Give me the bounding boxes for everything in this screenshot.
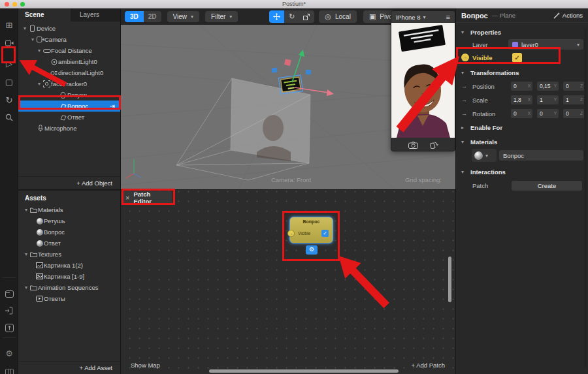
- section-disclosure-icon[interactable]: [461, 169, 466, 175]
- view-dropdown[interactable]: View: [167, 11, 200, 22]
- folder-icon: [29, 285, 38, 290]
- shape-icon[interactable]: [0, 74, 18, 89]
- sync-icon[interactable]: [0, 93, 18, 107]
- mode-3d-button[interactable]: 3D: [125, 11, 144, 22]
- scale-z-field[interactable]: 1Z: [563, 95, 585, 104]
- add-asset-button[interactable]: + Add Asset: [18, 361, 120, 374]
- mode-2d-button[interactable]: 2D: [144, 11, 161, 22]
- tree-item-answer[interactable]: Ответ: [18, 112, 120, 123]
- local-toggle[interactable]: Local: [319, 10, 357, 23]
- toolbar-divider: [3, 337, 16, 338]
- patch-horizontal-scrollbar[interactable]: [209, 369, 399, 373]
- disclosure-icon[interactable]: [23, 251, 29, 257]
- animation-icon: [35, 296, 44, 302]
- position-z-field[interactable]: 0Z: [563, 82, 585, 91]
- position-y-field[interactable]: 0,15Y: [537, 82, 559, 91]
- asset-folder-textures[interactable]: Textures: [18, 249, 120, 260]
- minimize-window-button[interactable]: [12, 2, 17, 7]
- section-disclosure-icon[interactable]: [461, 29, 466, 35]
- tree-item-facetracker[interactable]: faceTracker0: [18, 78, 120, 89]
- tree-item-camera[interactable]: Camera: [18, 34, 120, 45]
- tree-item-label: Ответ: [67, 114, 84, 121]
- rotation-z-field[interactable]: 0Z: [563, 109, 585, 118]
- patch-connect-icon[interactable]: [461, 83, 467, 89]
- filter-dropdown[interactable]: Filter: [205, 11, 238, 22]
- section-transformations[interactable]: Transformations: [456, 67, 588, 78]
- rotation-y-field[interactable]: 0Y: [537, 109, 559, 118]
- show-map-button[interactable]: Show Map: [131, 362, 160, 369]
- publish-icon[interactable]: [0, 320, 18, 335]
- asset-label: Ретушь: [44, 217, 65, 225]
- zoom-window-button[interactable]: [20, 2, 25, 7]
- section-enable-for[interactable]: Enable For: [456, 122, 588, 132]
- patch-vertical-scrollbar[interactable]: [448, 257, 451, 302]
- window-titlebar: Postium*: [0, 0, 588, 8]
- inspector-scrollbar[interactable]: [584, 28, 587, 367]
- disclosure-icon[interactable]: [22, 25, 28, 31]
- position-row: Position 0X 0,15Y 0Z: [456, 80, 588, 92]
- rotation-x-field[interactable]: 0X: [511, 109, 532, 118]
- close-window-button[interactable]: [5, 2, 9, 7]
- tree-item-focal-distance[interactable]: Focal Distance: [18, 45, 120, 56]
- device-select[interactable]: iPhone 8: [396, 14, 421, 21]
- section-disclosure-icon[interactable]: [461, 125, 466, 131]
- actions-label: Actions: [563, 12, 583, 19]
- material-name: Вопрос: [503, 152, 524, 159]
- assets-title: Assets: [18, 191, 120, 204]
- asset-texture-1[interactable]: Картинка 1(2): [18, 260, 120, 271]
- add-patch-button[interactable]: + Add Patch: [412, 362, 446, 369]
- import-icon[interactable]: [0, 304, 18, 318]
- position-x-field[interactable]: 0X: [511, 82, 532, 91]
- disclosure-icon[interactable]: [23, 207, 29, 213]
- rotate-tool-icon[interactable]: [284, 10, 299, 23]
- asset-label: Textures: [38, 251, 61, 258]
- flip-camera-icon[interactable]: [408, 142, 418, 149]
- create-patch-button[interactable]: Create: [512, 181, 582, 191]
- assets-panel: Assets Materials Ретушь Вопрос Ответ Tex…: [18, 189, 121, 374]
- panels-icon[interactable]: [0, 18, 18, 32]
- chevron-down-icon[interactable]: [423, 14, 426, 20]
- material-row: Вопрос: [456, 148, 588, 163]
- search-icon[interactable]: [0, 110, 18, 125]
- asset-label: Картинка 1(2): [44, 262, 83, 269]
- scale-x-field[interactable]: 1,8X: [511, 95, 532, 104]
- section-materials[interactable]: Materials: [456, 136, 588, 147]
- disclosure-icon[interactable]: [36, 48, 42, 54]
- asset-material-answer[interactable]: Ответ: [18, 238, 120, 249]
- scale-tool-icon[interactable]: [299, 10, 314, 23]
- simulator-menu-icon[interactable]: [446, 13, 450, 21]
- section-disclosure-icon[interactable]: [461, 139, 466, 145]
- rotate-device-icon[interactable]: [430, 141, 438, 149]
- asset-texture-2[interactable]: Картинка [1-9]: [18, 271, 120, 282]
- tree-item-device[interactable]: Device: [18, 23, 120, 34]
- move-tool-icon[interactable]: [269, 10, 284, 23]
- rotation-label: Rotation: [472, 110, 495, 117]
- disclosure-icon[interactable]: [29, 37, 36, 42]
- asset-animation-answers[interactable]: Ответы: [18, 293, 120, 304]
- material-sphere-icon: [474, 151, 483, 160]
- material-name-field[interactable]: Вопрос: [499, 150, 583, 161]
- tree-item-microphone[interactable]: Microphone: [18, 123, 120, 134]
- asset-folder-materials[interactable]: Materials: [18, 204, 120, 215]
- material-sphere-icon: [35, 229, 44, 236]
- section-interactions[interactable]: Interactions: [456, 166, 588, 177]
- folder-icon[interactable]: [0, 287, 18, 301]
- grid-spacing-label: Grid spacing:: [405, 176, 442, 183]
- tab-scene[interactable]: Scene: [18, 8, 71, 22]
- patch-connect-icon[interactable]: [461, 97, 467, 103]
- asset-material-question[interactable]: Вопрос: [18, 226, 120, 238]
- actions-button[interactable]: Actions: [553, 12, 583, 19]
- scale-y-field[interactable]: 1Y: [537, 95, 559, 104]
- patch-connect-icon[interactable]: [461, 110, 467, 117]
- tab-layers[interactable]: Layers: [71, 8, 120, 22]
- asset-material-retouch[interactable]: Ретушь: [18, 215, 120, 226]
- cards-icon[interactable]: [0, 365, 18, 374]
- disclosure-icon[interactable]: [23, 285, 29, 290]
- section-properties[interactable]: Properties: [456, 27, 588, 37]
- asset-folder-animation[interactable]: Animation Sequences: [18, 282, 120, 293]
- add-object-button[interactable]: + Add Object: [18, 176, 120, 189]
- section-label: Enable For: [470, 124, 502, 131]
- tree-item-label: Microphone: [44, 125, 77, 132]
- material-thumbnail-dropdown[interactable]: [472, 149, 497, 162]
- test-device-icon[interactable]: [0, 346, 18, 360]
